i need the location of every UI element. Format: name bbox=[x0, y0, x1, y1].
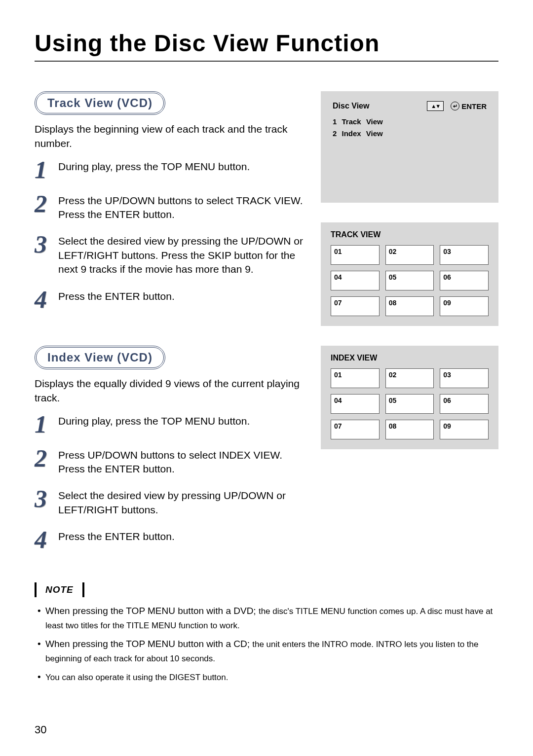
grid-cell: 05 bbox=[385, 271, 434, 290]
step-text: Press the UP/DOWN buttons to select TRAC… bbox=[58, 193, 306, 222]
grid-cell: 03 bbox=[440, 368, 489, 388]
grid-cell: 07 bbox=[331, 296, 380, 316]
index-step-4: 4 Press the ENTER button. bbox=[35, 529, 306, 551]
note-item: You can also operate it using the DIGEST… bbox=[38, 670, 498, 684]
track-view-intro: Displays the beginning view of each trac… bbox=[35, 122, 306, 151]
note-tail: You can also operate it using the DIGEST… bbox=[45, 673, 228, 682]
step-number: 2 bbox=[35, 447, 51, 476]
grid-cell: 01 bbox=[331, 368, 380, 388]
osd-menu-item: 2 Index View bbox=[333, 128, 487, 140]
enter-label: ENTER bbox=[461, 102, 487, 110]
step-number: 3 bbox=[35, 488, 51, 517]
index-view-intro: Displays the equally divided 9 views of … bbox=[35, 376, 306, 405]
step-text: Select the desired view by pressing UP/D… bbox=[58, 488, 306, 517]
track-grid-title: TRACK VIEW bbox=[331, 230, 489, 239]
grid-cell: 04 bbox=[331, 394, 380, 414]
enter-indicator: ↵ ENTER bbox=[451, 102, 487, 110]
note-section: NOTE When pressing the TOP MENU button w… bbox=[35, 582, 498, 684]
step-number: 1 bbox=[35, 159, 51, 181]
step-number: 3 bbox=[35, 233, 51, 276]
index-step-2: 2 Press UP/DOWN buttons to select INDEX … bbox=[35, 447, 306, 476]
grid-cell: 09 bbox=[440, 420, 489, 439]
note-item: When pressing the TOP MENU button with a… bbox=[38, 637, 498, 665]
grid-cell: 04 bbox=[331, 271, 380, 290]
grid-cell: 02 bbox=[385, 368, 434, 388]
grid-cell: 08 bbox=[385, 420, 434, 439]
index-view-label: Index View (VCD) bbox=[35, 346, 165, 369]
enter-icon: ↵ bbox=[451, 102, 459, 110]
track-view-label: Track View (VCD) bbox=[35, 91, 165, 115]
step-text: Press the ENTER button. bbox=[58, 529, 175, 551]
note-item: When pressing the TOP MENU button with a… bbox=[38, 604, 498, 632]
step-text: Press the ENTER button. bbox=[58, 288, 175, 311]
step-text: During play, press the TOP MENU button. bbox=[58, 413, 250, 435]
track-view-grid: TRACK VIEW 01 02 03 04 05 06 07 08 09 bbox=[321, 222, 498, 326]
updown-icon: ▲▼ bbox=[427, 101, 444, 111]
page-number: 30 bbox=[35, 723, 46, 736]
track-step-2: 2 Press the UP/DOWN buttons to select TR… bbox=[35, 193, 306, 222]
disc-view-title: Disc View bbox=[333, 102, 369, 110]
index-step-1: 1 During play, press the TOP MENU button… bbox=[35, 413, 306, 435]
track-step-4: 4 Press the ENTER button. bbox=[35, 288, 306, 311]
track-step-1: 1 During play, press the TOP MENU button… bbox=[35, 159, 306, 181]
note-lead: When pressing the TOP MENU button with a… bbox=[45, 639, 252, 649]
step-number: 4 bbox=[35, 288, 51, 311]
step-number: 2 bbox=[35, 193, 51, 222]
step-text: Select the desired view by pressing the … bbox=[58, 233, 306, 276]
disc-view-osd: Disc View ▲▼ ↵ ENTER 1 Track View 2 Inde… bbox=[321, 91, 498, 203]
grid-cell: 06 bbox=[440, 394, 489, 414]
step-number: 4 bbox=[35, 529, 51, 551]
grid-cell: 08 bbox=[385, 296, 434, 316]
track-step-3: 3 Select the desired view by pressing th… bbox=[35, 233, 306, 276]
index-view-grid: INDEX VIEW 01 02 03 04 05 06 07 08 09 bbox=[321, 346, 498, 449]
step-number: 1 bbox=[35, 413, 51, 435]
index-grid-title: INDEX VIEW bbox=[331, 354, 489, 362]
index-step-3: 3 Select the desired view by pressing UP… bbox=[35, 488, 306, 517]
grid-cell: 03 bbox=[440, 245, 489, 265]
step-text: Press UP/DOWN buttons to select INDEX VI… bbox=[58, 447, 306, 476]
grid-cell: 06 bbox=[440, 271, 489, 290]
note-lead: When pressing the TOP MENU button with a… bbox=[45, 606, 259, 616]
osd-menu-item: 1 Track View bbox=[333, 116, 487, 128]
grid-cell: 02 bbox=[385, 245, 434, 265]
page-title: Using the Disc View Function bbox=[35, 30, 498, 62]
note-label: NOTE bbox=[35, 582, 84, 597]
grid-cell: 07 bbox=[331, 420, 380, 439]
step-text: During play, press the TOP MENU button. bbox=[58, 159, 250, 181]
grid-cell: 05 bbox=[385, 394, 434, 414]
grid-cell: 09 bbox=[440, 296, 489, 316]
grid-cell: 01 bbox=[331, 245, 380, 265]
